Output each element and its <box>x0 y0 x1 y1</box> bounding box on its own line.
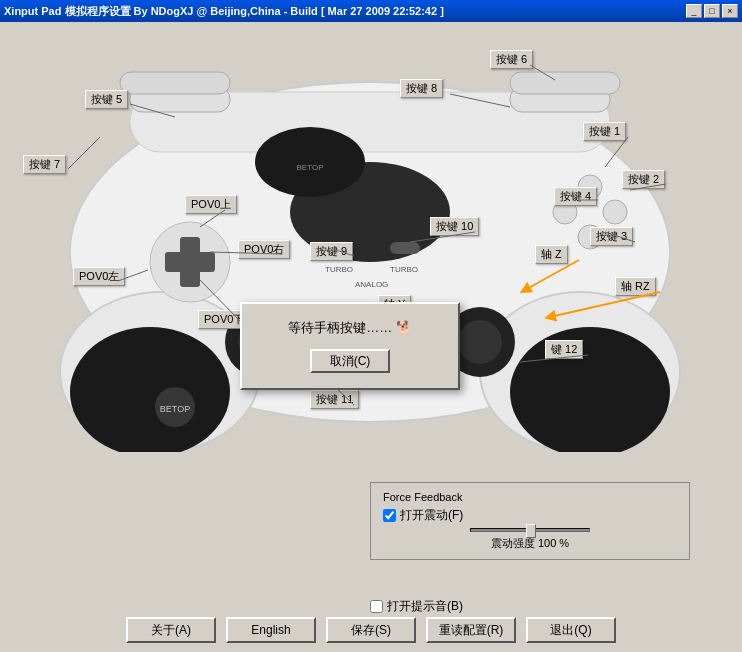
svg-text:BETOP: BETOP <box>297 163 324 172</box>
btn-label-9: 按键 9 <box>310 242 353 261</box>
bottom-button-bar: 关于(A) English 保存(S) 重读配置(R) 退出(Q) <box>0 613 742 647</box>
waiting-text: 等待手柄按键…… <box>288 320 392 335</box>
svg-text:ANALOG: ANALOG <box>355 280 388 289</box>
main-area: BETOP TURBO TURBO ANALOG BETOP <box>0 22 742 652</box>
btn-label-axisrz: 轴 RZ <box>615 277 656 296</box>
slider-row <box>383 528 677 532</box>
exit-button[interactable]: 退出(Q) <box>526 617 616 643</box>
btn-label-2: 按键 2 <box>622 170 665 189</box>
svg-text:TURBO: TURBO <box>390 265 418 274</box>
vibrate-row: 打开震动(F) <box>383 507 677 524</box>
btn-label-4: 按键 4 <box>554 187 597 206</box>
btn-label-pov0right: POV0右 <box>238 240 290 259</box>
save-button[interactable]: 保存(S) <box>326 617 416 643</box>
btn-label-pov0left: POV0左 <box>73 267 125 286</box>
alert-sound-checkbox[interactable] <box>370 600 383 613</box>
svg-point-17 <box>603 200 627 224</box>
btn-label-1: 按键 1 <box>583 122 626 141</box>
vibrate-label: 打开震动(F) <box>400 507 463 524</box>
btn-label-pov0up: POV0上 <box>185 195 237 214</box>
btn-label-3: 按键 3 <box>590 227 633 246</box>
force-feedback-box: Force Feedback 打开震动(F) 震动强度 100 % <box>370 482 690 560</box>
btn-label-axisz: 轴 Z <box>535 245 568 264</box>
reload-button[interactable]: 重读配置(R) <box>426 617 516 643</box>
btn-label-5: 按键 5 <box>85 90 128 109</box>
title-bar: Xinput Pad 模拟程序设置 By NDogXJ @ Beijing,Ch… <box>0 0 742 22</box>
vibrate-slider-thumb[interactable] <box>526 524 536 538</box>
btn-label-11: 按键 11 <box>310 390 359 409</box>
svg-point-3 <box>70 327 230 452</box>
minimize-button[interactable]: _ <box>686 4 702 18</box>
force-feedback-title: Force Feedback <box>383 491 677 503</box>
maximize-button[interactable]: □ <box>704 4 720 18</box>
waiting-dialog: 等待手柄按键…… 🐕 取消(C) <box>240 302 460 390</box>
btn-label-6: 按键 6 <box>490 50 533 69</box>
btn-label-12: 键 12 <box>545 340 583 359</box>
svg-text:TURBO: TURBO <box>325 265 353 274</box>
svg-point-7 <box>255 127 365 197</box>
intensity-text: 震动强度 100 % <box>383 536 677 551</box>
close-button[interactable]: × <box>722 4 738 18</box>
svg-point-15 <box>458 320 502 364</box>
vibrate-checkbox[interactable] <box>383 509 396 522</box>
svg-rect-11 <box>165 252 215 272</box>
svg-rect-28 <box>510 72 620 94</box>
btn-label-7: 按键 7 <box>23 155 66 174</box>
window-title: Xinput Pad 模拟程序设置 By NDogXJ @ Beijing,Ch… <box>4 4 444 19</box>
dog-icon: 🐕 <box>396 320 412 335</box>
title-bar-buttons: _ □ × <box>686 4 738 18</box>
btn-label-8: 按键 8 <box>400 79 443 98</box>
btn-label-10: 按键 10 <box>430 217 479 236</box>
svg-rect-27 <box>120 72 230 94</box>
svg-rect-21 <box>390 242 420 254</box>
svg-point-4 <box>510 327 670 452</box>
dialog-text: 等待手柄按键…… 🐕 <box>257 319 443 337</box>
vibrate-slider-track <box>470 528 590 532</box>
english-button[interactable]: English <box>226 617 316 643</box>
svg-text:BETOP: BETOP <box>160 404 190 414</box>
cancel-button[interactable]: 取消(C) <box>310 349 390 373</box>
about-button[interactable]: 关于(A) <box>126 617 216 643</box>
